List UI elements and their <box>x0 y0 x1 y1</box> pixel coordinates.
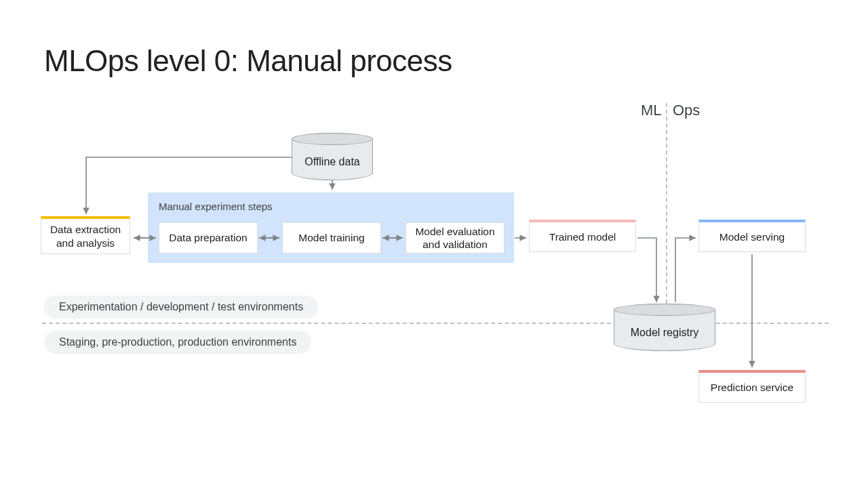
offline-data-store-icon: Offline data <box>292 133 373 180</box>
model-registry-label: Model registry <box>614 327 715 339</box>
environment-label-prod: Staging, pre-production, production envi… <box>44 331 311 354</box>
offline-data-label: Offline data <box>292 156 372 168</box>
node-model-serving: Model serving <box>698 220 806 252</box>
node-trained-model: Trained model <box>529 220 636 252</box>
node-model-training: Model training <box>282 222 381 253</box>
node-data-preparation: Data preparation <box>159 222 258 253</box>
node-prediction-service: Prediction service <box>698 370 806 403</box>
manual-experiment-title: Manual experiment steps <box>159 201 273 212</box>
node-data-extraction: Data extraction and analysis <box>41 216 130 254</box>
ops-section-label: Ops <box>673 102 700 119</box>
ml-section-label: ML <box>641 102 662 119</box>
node-model-evaluation: Model evaluation and validation <box>406 222 505 253</box>
environment-label-dev: Experimentation / development / test env… <box>44 296 318 319</box>
ml-ops-divider <box>666 103 667 304</box>
model-registry-store-icon: Model registry <box>614 304 715 351</box>
diagram-title: MLOps level 0: Manual process <box>44 44 452 78</box>
